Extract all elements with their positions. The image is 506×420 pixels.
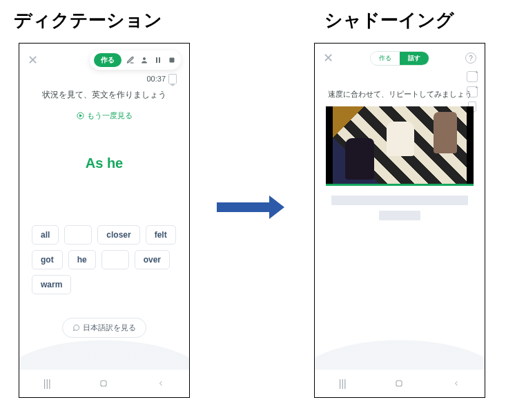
word-chip[interactable]: over (135, 250, 170, 269)
video-progress-bar[interactable] (326, 184, 474, 186)
android-navbar: ||| (19, 370, 189, 397)
home-icon[interactable] (394, 379, 404, 388)
toolbar: 作る (90, 50, 181, 70)
close-icon[interactable]: ✕ (323, 50, 333, 66)
pause-icon[interactable] (153, 55, 163, 65)
side-action-icons (467, 71, 478, 111)
back-icon[interactable] (452, 379, 460, 388)
word-chip[interactable]: felt (146, 225, 176, 245)
word-chip[interactable]: all (32, 225, 59, 245)
mode-pill[interactable]: 作る (94, 53, 121, 67)
add-card-icon[interactable] (467, 71, 478, 82)
android-navbar: ||| (315, 370, 485, 397)
section-label-dictation: ディクテーション (14, 8, 162, 32)
recent-apps-icon[interactable]: ||| (43, 378, 51, 389)
edit-icon[interactable] (126, 55, 135, 65)
bookmark-icon[interactable] (168, 74, 177, 84)
see-again-label: もう一度見る (87, 111, 133, 121)
person-icon[interactable] (139, 55, 149, 65)
svg-point-0 (143, 57, 146, 60)
svg-rect-6 (396, 381, 402, 386)
see-again-button[interactable]: もう一度見る (19, 111, 189, 121)
word-chip[interactable]: got (32, 250, 63, 269)
tab-speak[interactable]: 話す (400, 52, 429, 65)
recent-apps-icon[interactable]: ||| (339, 378, 347, 389)
word-chip-blank[interactable] (64, 225, 92, 245)
word-chip[interactable]: closer (97, 225, 139, 245)
help-icon[interactable]: ? (465, 52, 476, 64)
svg-rect-5 (101, 381, 106, 386)
stop-icon[interactable] (167, 55, 177, 65)
phone-dictation: ✕ 作る 00:37 状況を見て、英文を作りましょう もう一度見る As he … (19, 43, 190, 398)
instruction: 状況を見て、英文を作りましょう (19, 89, 189, 101)
svg-rect-3 (170, 58, 175, 63)
word-chip[interactable]: he (68, 250, 96, 269)
tab-make[interactable]: 作る (371, 52, 400, 65)
timer: 00:37 (146, 75, 166, 83)
home-icon[interactable] (99, 379, 108, 388)
word-bank: all closer felt got he over warm (19, 225, 189, 294)
word-chip-blank[interactable] (101, 250, 129, 269)
add-note-icon[interactable] (467, 86, 478, 97)
video-player[interactable] (326, 106, 474, 184)
topbar: ✕ 作る (19, 44, 189, 73)
svg-rect-1 (156, 57, 157, 63)
caption-placeholder (331, 195, 468, 205)
decorative-wave (19, 328, 189, 370)
current-answer-text: As he (19, 155, 189, 171)
timer-row: 00:37 (19, 74, 189, 84)
flow-arrow (217, 198, 284, 217)
decorative-wave (315, 328, 485, 370)
topbar: ✕ 作る 話す ? (315, 44, 485, 68)
phone-shadowing: ✕ 作る 話す ? 速度に合わせて、リピートしてみましょう ||| (314, 43, 485, 398)
back-icon[interactable] (157, 379, 165, 388)
word-chip[interactable]: warm (32, 275, 71, 294)
svg-rect-2 (159, 57, 160, 63)
instruction: 速度に合わせて、リピートしてみましょう (315, 89, 485, 99)
close-icon[interactable]: ✕ (28, 52, 38, 68)
video-thumbnail (333, 106, 467, 184)
caption-placeholder-small (379, 211, 420, 220)
section-label-shadowing: シャドーイング (324, 8, 454, 32)
mode-tabs: 作る 話す (370, 51, 429, 66)
